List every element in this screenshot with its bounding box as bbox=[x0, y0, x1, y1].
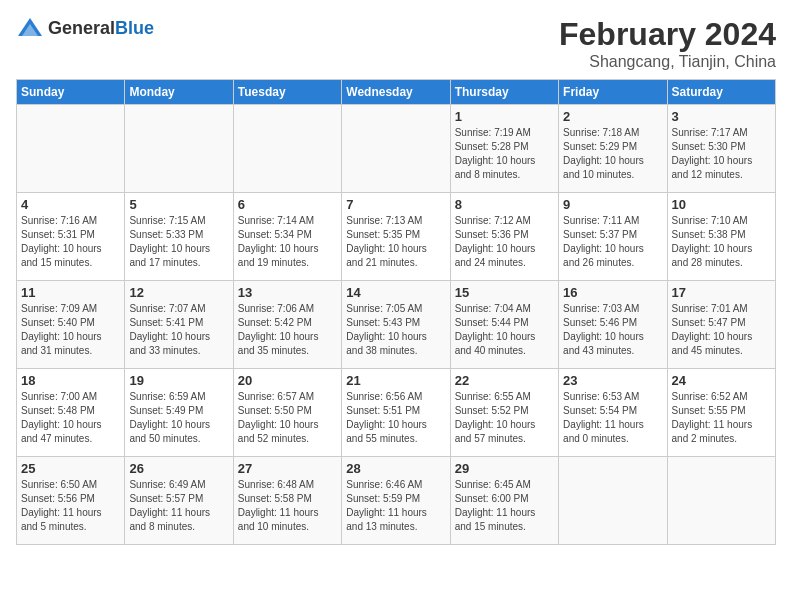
day-number: 23 bbox=[563, 373, 662, 388]
day-number: 28 bbox=[346, 461, 445, 476]
calendar-day: 25Sunrise: 6:50 AM Sunset: 5:56 PM Dayli… bbox=[17, 457, 125, 545]
calendar-week-4: 18Sunrise: 7:00 AM Sunset: 5:48 PM Dayli… bbox=[17, 369, 776, 457]
day-number: 26 bbox=[129, 461, 228, 476]
day-number: 21 bbox=[346, 373, 445, 388]
day-header-tuesday: Tuesday bbox=[233, 80, 341, 105]
calendar-day: 4Sunrise: 7:16 AM Sunset: 5:31 PM Daylig… bbox=[17, 193, 125, 281]
day-info: Sunrise: 7:04 AM Sunset: 5:44 PM Dayligh… bbox=[455, 302, 554, 358]
calendar-day bbox=[17, 105, 125, 193]
calendar-day: 12Sunrise: 7:07 AM Sunset: 5:41 PM Dayli… bbox=[125, 281, 233, 369]
day-number: 9 bbox=[563, 197, 662, 212]
calendar-day bbox=[125, 105, 233, 193]
title-block: February 2024 Shangcang, Tianjin, China bbox=[559, 16, 776, 71]
day-info: Sunrise: 7:14 AM Sunset: 5:34 PM Dayligh… bbox=[238, 214, 337, 270]
calendar-day: 6Sunrise: 7:14 AM Sunset: 5:34 PM Daylig… bbox=[233, 193, 341, 281]
day-number: 12 bbox=[129, 285, 228, 300]
day-info: Sunrise: 7:10 AM Sunset: 5:38 PM Dayligh… bbox=[672, 214, 771, 270]
calendar-day: 17Sunrise: 7:01 AM Sunset: 5:47 PM Dayli… bbox=[667, 281, 775, 369]
day-header-monday: Monday bbox=[125, 80, 233, 105]
calendar-day: 5Sunrise: 7:15 AM Sunset: 5:33 PM Daylig… bbox=[125, 193, 233, 281]
day-number: 24 bbox=[672, 373, 771, 388]
day-info: Sunrise: 6:57 AM Sunset: 5:50 PM Dayligh… bbox=[238, 390, 337, 446]
day-info: Sunrise: 7:03 AM Sunset: 5:46 PM Dayligh… bbox=[563, 302, 662, 358]
calendar-day: 3Sunrise: 7:17 AM Sunset: 5:30 PM Daylig… bbox=[667, 105, 775, 193]
calendar-day bbox=[559, 457, 667, 545]
day-number: 4 bbox=[21, 197, 120, 212]
calendar-week-5: 25Sunrise: 6:50 AM Sunset: 5:56 PM Dayli… bbox=[17, 457, 776, 545]
day-info: Sunrise: 6:49 AM Sunset: 5:57 PM Dayligh… bbox=[129, 478, 228, 534]
calendar-day: 29Sunrise: 6:45 AM Sunset: 6:00 PM Dayli… bbox=[450, 457, 558, 545]
main-title: February 2024 bbox=[559, 16, 776, 53]
day-number: 29 bbox=[455, 461, 554, 476]
calendar-week-2: 4Sunrise: 7:16 AM Sunset: 5:31 PM Daylig… bbox=[17, 193, 776, 281]
day-number: 6 bbox=[238, 197, 337, 212]
calendar-day: 7Sunrise: 7:13 AM Sunset: 5:35 PM Daylig… bbox=[342, 193, 450, 281]
calendar-day bbox=[667, 457, 775, 545]
calendar-day: 11Sunrise: 7:09 AM Sunset: 5:40 PM Dayli… bbox=[17, 281, 125, 369]
day-header-sunday: Sunday bbox=[17, 80, 125, 105]
calendar-day: 8Sunrise: 7:12 AM Sunset: 5:36 PM Daylig… bbox=[450, 193, 558, 281]
calendar-day: 15Sunrise: 7:04 AM Sunset: 5:44 PM Dayli… bbox=[450, 281, 558, 369]
calendar-table: SundayMondayTuesdayWednesdayThursdayFrid… bbox=[16, 79, 776, 545]
day-number: 1 bbox=[455, 109, 554, 124]
day-number: 14 bbox=[346, 285, 445, 300]
calendar-day: 14Sunrise: 7:05 AM Sunset: 5:43 PM Dayli… bbox=[342, 281, 450, 369]
day-number: 16 bbox=[563, 285, 662, 300]
day-info: Sunrise: 7:18 AM Sunset: 5:29 PM Dayligh… bbox=[563, 126, 662, 182]
day-header-saturday: Saturday bbox=[667, 80, 775, 105]
calendar-day: 16Sunrise: 7:03 AM Sunset: 5:46 PM Dayli… bbox=[559, 281, 667, 369]
day-number: 11 bbox=[21, 285, 120, 300]
logo-icon bbox=[16, 16, 44, 40]
day-number: 7 bbox=[346, 197, 445, 212]
day-number: 13 bbox=[238, 285, 337, 300]
day-info: Sunrise: 7:09 AM Sunset: 5:40 PM Dayligh… bbox=[21, 302, 120, 358]
day-info: Sunrise: 7:16 AM Sunset: 5:31 PM Dayligh… bbox=[21, 214, 120, 270]
day-info: Sunrise: 6:52 AM Sunset: 5:55 PM Dayligh… bbox=[672, 390, 771, 446]
day-info: Sunrise: 6:46 AM Sunset: 5:59 PM Dayligh… bbox=[346, 478, 445, 534]
calendar-day: 26Sunrise: 6:49 AM Sunset: 5:57 PM Dayli… bbox=[125, 457, 233, 545]
calendar-day: 28Sunrise: 6:46 AM Sunset: 5:59 PM Dayli… bbox=[342, 457, 450, 545]
day-info: Sunrise: 7:15 AM Sunset: 5:33 PM Dayligh… bbox=[129, 214, 228, 270]
day-number: 5 bbox=[129, 197, 228, 212]
logo-general: General bbox=[48, 18, 115, 38]
day-header-wednesday: Wednesday bbox=[342, 80, 450, 105]
day-number: 27 bbox=[238, 461, 337, 476]
calendar-day: 2Sunrise: 7:18 AM Sunset: 5:29 PM Daylig… bbox=[559, 105, 667, 193]
day-header-friday: Friday bbox=[559, 80, 667, 105]
calendar-day: 9Sunrise: 7:11 AM Sunset: 5:37 PM Daylig… bbox=[559, 193, 667, 281]
calendar-day: 19Sunrise: 6:59 AM Sunset: 5:49 PM Dayli… bbox=[125, 369, 233, 457]
day-info: Sunrise: 6:55 AM Sunset: 5:52 PM Dayligh… bbox=[455, 390, 554, 446]
calendar-day: 20Sunrise: 6:57 AM Sunset: 5:50 PM Dayli… bbox=[233, 369, 341, 457]
day-info: Sunrise: 7:06 AM Sunset: 5:42 PM Dayligh… bbox=[238, 302, 337, 358]
day-info: Sunrise: 6:56 AM Sunset: 5:51 PM Dayligh… bbox=[346, 390, 445, 446]
day-number: 18 bbox=[21, 373, 120, 388]
subtitle: Shangcang, Tianjin, China bbox=[559, 53, 776, 71]
calendar-day: 18Sunrise: 7:00 AM Sunset: 5:48 PM Dayli… bbox=[17, 369, 125, 457]
logo-blue: Blue bbox=[115, 18, 154, 38]
calendar-day bbox=[342, 105, 450, 193]
day-number: 8 bbox=[455, 197, 554, 212]
day-number: 15 bbox=[455, 285, 554, 300]
day-info: Sunrise: 7:01 AM Sunset: 5:47 PM Dayligh… bbox=[672, 302, 771, 358]
day-info: Sunrise: 7:07 AM Sunset: 5:41 PM Dayligh… bbox=[129, 302, 228, 358]
day-number: 3 bbox=[672, 109, 771, 124]
day-info: Sunrise: 7:05 AM Sunset: 5:43 PM Dayligh… bbox=[346, 302, 445, 358]
calendar-day: 27Sunrise: 6:48 AM Sunset: 5:58 PM Dayli… bbox=[233, 457, 341, 545]
day-info: Sunrise: 6:48 AM Sunset: 5:58 PM Dayligh… bbox=[238, 478, 337, 534]
day-info: Sunrise: 7:19 AM Sunset: 5:28 PM Dayligh… bbox=[455, 126, 554, 182]
day-number: 2 bbox=[563, 109, 662, 124]
day-info: Sunrise: 6:53 AM Sunset: 5:54 PM Dayligh… bbox=[563, 390, 662, 446]
day-info: Sunrise: 7:13 AM Sunset: 5:35 PM Dayligh… bbox=[346, 214, 445, 270]
day-info: Sunrise: 7:00 AM Sunset: 5:48 PM Dayligh… bbox=[21, 390, 120, 446]
calendar-week-1: 1Sunrise: 7:19 AM Sunset: 5:28 PM Daylig… bbox=[17, 105, 776, 193]
day-number: 22 bbox=[455, 373, 554, 388]
calendar-day: 13Sunrise: 7:06 AM Sunset: 5:42 PM Dayli… bbox=[233, 281, 341, 369]
calendar-day: 24Sunrise: 6:52 AM Sunset: 5:55 PM Dayli… bbox=[667, 369, 775, 457]
calendar-day: 23Sunrise: 6:53 AM Sunset: 5:54 PM Dayli… bbox=[559, 369, 667, 457]
day-info: Sunrise: 6:45 AM Sunset: 6:00 PM Dayligh… bbox=[455, 478, 554, 534]
calendar-week-3: 11Sunrise: 7:09 AM Sunset: 5:40 PM Dayli… bbox=[17, 281, 776, 369]
day-info: Sunrise: 7:17 AM Sunset: 5:30 PM Dayligh… bbox=[672, 126, 771, 182]
calendar-day: 22Sunrise: 6:55 AM Sunset: 5:52 PM Dayli… bbox=[450, 369, 558, 457]
day-header-thursday: Thursday bbox=[450, 80, 558, 105]
day-info: Sunrise: 7:12 AM Sunset: 5:36 PM Dayligh… bbox=[455, 214, 554, 270]
